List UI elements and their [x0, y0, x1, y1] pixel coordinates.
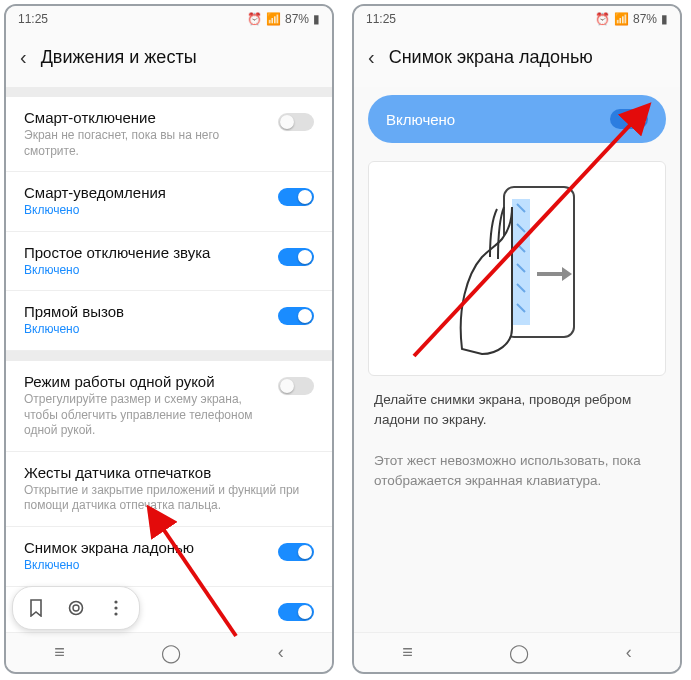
status-time: 11:25 [18, 12, 48, 26]
row-sub: Включено [24, 203, 268, 219]
header: ‹ Движения и жесты [6, 32, 332, 87]
browser-toolbar [12, 586, 140, 630]
svg-rect-7 [512, 199, 530, 325]
nav-bar: ≡ ◯ ‹ [354, 632, 680, 672]
battery-icon: ▮ [661, 12, 668, 26]
group-divider [6, 351, 332, 361]
alarm-icon: ⏰ [595, 12, 610, 26]
row-title: Прямой вызов [24, 303, 268, 320]
nav-recents-icon[interactable]: ≡ [402, 642, 413, 663]
back-icon[interactable]: ‹ [20, 46, 27, 69]
wifi-icon: 📶 [266, 12, 281, 26]
toggle[interactable] [278, 603, 314, 621]
row-title: Снимок экрана ладонью [24, 539, 268, 556]
battery-text: 87% [633, 12, 657, 26]
page-title: Снимок экрана ладонью [389, 47, 593, 68]
svg-point-0 [70, 602, 83, 615]
nav-recents-icon[interactable]: ≡ [54, 642, 65, 663]
group-divider [6, 87, 332, 97]
status-bar: 11:25 ⏰ 📶 87% ▮ [6, 6, 332, 32]
description-secondary: Этот жест невозможно использовать, пока … [354, 447, 680, 494]
battery-icon: ▮ [313, 12, 320, 26]
row-smart-stay[interactable]: Смарт-отключение Экран не погаснет, пока… [6, 97, 332, 172]
row-sub: Включено [24, 558, 268, 574]
row-sub: Открытие и закрытие приложений и функций… [24, 483, 314, 514]
nav-home-icon[interactable]: ◯ [509, 642, 529, 664]
master-toggle[interactable] [610, 109, 648, 129]
svg-point-2 [114, 600, 117, 603]
row-fingerprint-gestures[interactable]: Жесты датчика отпечатков Открытие и закр… [6, 452, 332, 527]
wifi-icon: 📶 [614, 12, 629, 26]
row-title: Смарт-уведомления [24, 184, 268, 201]
row-sub: Включено [24, 322, 268, 338]
status-right: ⏰ 📶 87% ▮ [595, 12, 668, 26]
nav-bar: ≡ ◯ ‹ [6, 632, 332, 672]
svg-point-3 [114, 606, 117, 609]
row-title: Смарт-отключение [24, 109, 268, 126]
row-smart-alert[interactable]: Смарт-уведомления Включено [6, 172, 332, 232]
phone-right: 11:25 ⏰ 📶 87% ▮ ‹ Снимок экрана ладонью … [352, 4, 682, 674]
toggle[interactable] [278, 248, 314, 266]
toggle[interactable] [278, 543, 314, 561]
header: ‹ Снимок экрана ладонью [354, 32, 680, 87]
svg-point-4 [114, 612, 117, 615]
settings-list: Смарт-отключение Экран не погаснет, пока… [6, 97, 332, 632]
description-primary: Делайте снимки экрана, проводя ребром ла… [354, 386, 680, 433]
pill-label: Включено [386, 111, 455, 128]
toggle[interactable] [278, 113, 314, 131]
toggle[interactable] [278, 377, 314, 395]
alarm-icon: ⏰ [247, 12, 262, 26]
nav-back-icon[interactable]: ‹ [626, 642, 632, 663]
row-title: Режим работы одной рукой [24, 373, 268, 390]
toggle[interactable] [278, 188, 314, 206]
phone-left: 11:25 ⏰ 📶 87% ▮ ‹ Движения и жесты Смарт… [4, 4, 334, 674]
nav-home-icon[interactable]: ◯ [161, 642, 181, 664]
nav-back-icon[interactable]: ‹ [278, 642, 284, 663]
row-sub: Включено [24, 263, 268, 279]
master-toggle-pill[interactable]: Включено [368, 95, 666, 143]
bookmark-icon[interactable] [19, 591, 53, 625]
status-right: ⏰ 📶 87% ▮ [247, 12, 320, 26]
row-title: Жесты датчика отпечатков [24, 464, 314, 481]
status-time: 11:25 [366, 12, 396, 26]
row-direct-call[interactable]: Прямой вызов Включено [6, 291, 332, 351]
battery-text: 87% [285, 12, 309, 26]
row-one-hand[interactable]: Режим работы одной рукой Отрегулируйте р… [6, 361, 332, 452]
illustration [368, 161, 666, 376]
back-icon[interactable]: ‹ [368, 46, 375, 69]
page-title: Движения и жесты [41, 47, 197, 68]
row-palm-swipe[interactable]: Снимок экрана ладонью Включено [6, 527, 332, 587]
row-sub: Отрегулируйте размер и схему экрана, что… [24, 392, 268, 439]
row-sub: Экран не погаснет, пока вы на него смотр… [24, 128, 268, 159]
status-bar: 11:25 ⏰ 📶 87% ▮ [354, 6, 680, 32]
svg-point-1 [73, 605, 79, 611]
row-easy-mute[interactable]: Простое отключение звука Включено [6, 232, 332, 292]
row-title: Простое отключение звука [24, 244, 268, 261]
toggle[interactable] [278, 307, 314, 325]
lens-icon[interactable] [59, 591, 93, 625]
more-icon[interactable] [99, 591, 133, 625]
